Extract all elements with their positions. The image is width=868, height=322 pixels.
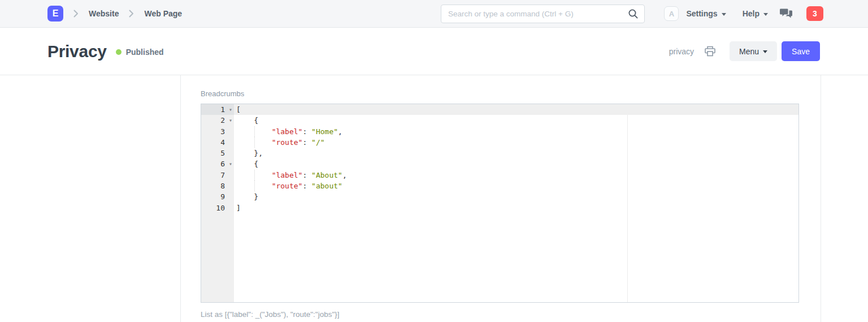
avatar[interactable]: A [664,6,679,21]
editor-line-8[interactable]: 8 "route": "about" [201,181,798,191]
indent-guide [254,126,255,137]
fold-arrow-icon[interactable]: ▾ [229,158,232,169]
status-label: Published [126,48,164,57]
navbar-breadcrumbs: E Website Web Page [0,6,182,22]
indent-guide [254,181,255,191]
settings-label: Settings [686,9,717,18]
navbar-actions: A Settings Help 3 [664,6,868,21]
search-icon[interactable] [628,8,639,22]
sidebar-divider [180,75,181,322]
page-header: Privacy Published privacy Menu Save [0,28,868,75]
field-label-breadcrumbs: Breadcrumbs [201,89,799,98]
gutter-cell: 8 [201,181,234,191]
chevron-down-icon [763,50,767,53]
fold-arrow-icon[interactable]: ▾ [229,104,232,115]
app-logo-letter: E [53,9,59,18]
gutter-cell: 1▾ [201,104,234,115]
editor-line-9[interactable]: 9 } [201,191,798,202]
document-name: privacy [669,47,694,56]
notifications-badge[interactable]: 3 [806,6,823,21]
fold-arrow-icon[interactable]: ▾ [229,115,232,126]
search-input[interactable] [441,5,645,23]
field-description: List as [{"label": _("Jobs"), "route":"j… [201,310,799,319]
breadcrumb-web-page[interactable]: Web Page [144,9,182,18]
page-actions: privacy Menu Save [669,41,868,61]
code-line: { [234,115,798,126]
save-button[interactable]: Save [782,41,820,61]
navbar: E Website Web Page A Settings [0,0,868,28]
published-indicator-dot [116,49,121,55]
editor-line-10[interactable]: 10] [201,203,798,213]
code-line: "route": "/" [234,137,798,148]
help-label: Help [743,9,760,18]
code-line: [ [234,104,798,115]
page-title-area: Privacy Published [0,42,164,61]
code-line: "label": "Home", [234,126,798,137]
gutter-cell: 2▾ [201,115,234,126]
code-line: }, [234,148,798,158]
menu-button-label: Menu [739,47,759,56]
settings-menu[interactable]: Settings [686,9,726,18]
printer-icon[interactable] [704,46,716,57]
code-line: ] [234,203,798,213]
menu-button[interactable]: Menu [730,41,777,61]
chevron-down-icon [722,13,726,16]
gutter-cell: 10 [201,203,234,213]
help-menu[interactable]: Help [743,9,768,18]
editor-line-1[interactable]: 1▾[ [201,104,798,115]
editor-line-4[interactable]: 4 "route": "/" [201,137,798,148]
indent-guide [254,137,255,148]
editor-line-7[interactable]: 7 "label": "About", [201,170,798,181]
gutter-cell: 7 [201,170,234,181]
code-line: } [234,191,798,202]
chat-icon[interactable] [780,8,792,19]
chevron-right-icon [129,10,134,18]
global-search [441,5,645,23]
indent-guide [254,170,255,181]
breadcrumb-website[interactable]: Website [89,9,119,18]
gutter-cell: 4 [201,137,234,148]
code-line: "label": "About", [234,170,798,181]
timeline-divider [821,75,821,322]
gutter-cell: 5 [201,148,234,158]
editor-line-6[interactable]: 6▾ { [201,158,798,169]
code-editor-rows: 1▾[2▾ {3 "label": "Home",4 "route": "/"5… [201,104,798,213]
app-logo[interactable]: E [47,6,63,22]
gutter-cell: 9 [201,191,234,202]
code-editor[interactable]: 1▾[2▾ {3 "label": "Home",4 "route": "/"5… [201,104,799,303]
gutter-cell: 6▾ [201,158,234,169]
editor-line-3[interactable]: 3 "label": "Home", [201,126,798,137]
avatar-letter: A [669,10,674,18]
code-line: { [234,158,798,169]
code-line: "route": "about" [234,181,798,191]
editor-line-2[interactable]: 2▾ { [201,115,798,126]
editor-line-5[interactable]: 5 }, [201,148,798,158]
form-column: Breadcrumbs 1▾[2▾ {3 "label": "Home",4 "… [201,75,799,319]
page-title: Privacy [47,42,107,61]
chevron-down-icon [763,13,768,16]
chevron-right-icon [73,10,79,18]
gutter-cell: 3 [201,126,234,137]
